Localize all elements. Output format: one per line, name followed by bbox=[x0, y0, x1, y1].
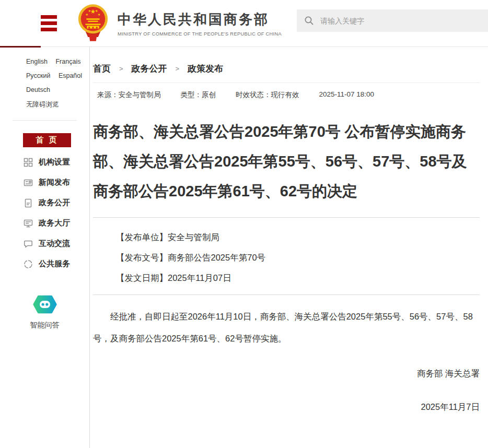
smart-qa-label: 智能问答 bbox=[0, 321, 89, 330]
lang-francais[interactable]: Français bbox=[55, 58, 80, 65]
article-title: 商务部、海关总署公告2025年第70号 公布暂停实施商务部、海关总署公告2025… bbox=[93, 117, 480, 206]
sidebar-nav: 机构设置 新闻发布 政 bbox=[0, 152, 89, 274]
article-sign-date: 2025年11月7日 bbox=[93, 402, 480, 413]
accessibility-link[interactable]: 无障碍浏览 bbox=[26, 101, 59, 108]
breadcrumb-gov-disclosure[interactable]: 政务公开 bbox=[132, 63, 167, 75]
breadcrumb: 首页 > 政务公开 > 政策发布 bbox=[93, 47, 480, 83]
breadcrumb-separator: > bbox=[176, 65, 180, 73]
sidebar-item-label: 机构设置 bbox=[39, 157, 70, 167]
article-body: 经批准，自即日起至2026年11月10日，商务部、海关总署公告2025年第55号… bbox=[93, 305, 480, 349]
article-meta: 来源：安全与管制局 类型：原创 时效状态：现行有效 2025-11-07 18:… bbox=[93, 83, 480, 100]
breadcrumb-separator: > bbox=[119, 65, 123, 73]
lang-russian[interactable]: Русский bbox=[26, 72, 50, 79]
sidebar-item-label: 互动交流 bbox=[39, 239, 70, 249]
lang-deutsch[interactable]: Deutsch bbox=[26, 86, 50, 93]
svg-text:★: ★ bbox=[86, 12, 89, 16]
service-hall-monitor-icon bbox=[24, 219, 33, 228]
national-emblem-logo: ★ ★ ★ ★ ★ bbox=[78, 4, 108, 43]
sidebar: English Français Русский Español Deutsch… bbox=[0, 47, 90, 448]
site-subtitle: MINISTRY OF COMMERCE OF THE PEOPLE'S REP… bbox=[118, 31, 282, 37]
sidebar-divider bbox=[13, 120, 77, 121]
meta-status-value: 现行有效 bbox=[271, 91, 299, 99]
sidebar-item-interaction[interactable]: 互动交流 bbox=[0, 233, 89, 254]
publish-unit-line: 【发布单位】安全与管制局 bbox=[116, 232, 480, 243]
sidebar-item-label: 政务大厅 bbox=[39, 218, 70, 228]
public-service-arrows-icon bbox=[24, 260, 33, 269]
sidebar-item-gov-disclosure[interactable]: 政务公开 bbox=[0, 193, 89, 213]
site-header: ★ ★ ★ ★ ★ 中华人民共和国商务部 MINISTRY OF COMMERC… bbox=[0, 0, 488, 47]
site-title: 中华人民共和国商务部 bbox=[118, 10, 282, 29]
meta-status-label: 时效状态： bbox=[236, 91, 271, 99]
publish-date-line: 【发文日期】2025年11月07日 bbox=[116, 273, 480, 284]
main-content: 首页 > 政务公开 > 政策发布 来源：安全与管制局 类型：原创 时效状态：现行… bbox=[90, 47, 488, 448]
org-grid-icon bbox=[24, 158, 33, 167]
lang-english[interactable]: English bbox=[26, 58, 48, 65]
meta-source-label: 来源： bbox=[97, 91, 119, 99]
meta-datetime: 2025-11-07 18:00 bbox=[319, 90, 375, 100]
hamburger-menu-icon[interactable] bbox=[41, 15, 57, 31]
divider bbox=[93, 217, 480, 218]
sidebar-item-home[interactable]: 首 页 bbox=[23, 133, 71, 147]
divider bbox=[93, 294, 480, 295]
publication-info: 【发布单位】安全与管制局 【发布文号】商务部公告2025年第70号 【发文日期】… bbox=[116, 232, 480, 284]
sidebar-item-label: 政务公开 bbox=[39, 198, 70, 208]
document-icon bbox=[24, 198, 33, 208]
sidebar-item-service-hall[interactable]: 政务大厅 bbox=[0, 213, 89, 233]
sidebar-item-label: 公共服务 bbox=[39, 259, 70, 269]
sidebar-item-label: 新闻发布 bbox=[39, 178, 70, 187]
sidebar-item-public-service[interactable]: 公共服务 bbox=[0, 254, 89, 274]
meta-source-value: 安全与管制局 bbox=[119, 91, 161, 99]
breadcrumb-home[interactable]: 首页 bbox=[93, 63, 111, 75]
svg-text:★: ★ bbox=[98, 12, 101, 16]
chat-bubble-icon bbox=[24, 239, 33, 249]
meta-type-value: 原创 bbox=[202, 91, 216, 99]
breadcrumb-policy-release[interactable]: 政策发布 bbox=[188, 63, 223, 75]
svg-text:★: ★ bbox=[88, 8, 91, 12]
news-icon bbox=[24, 178, 33, 187]
search-input[interactable] bbox=[320, 17, 481, 25]
smart-qa-widget[interactable]: 智能问答 bbox=[0, 295, 89, 330]
sidebar-item-organization[interactable]: 机构设置 bbox=[0, 152, 89, 172]
language-switcher: English Français Русский Español Deutsch… bbox=[0, 58, 89, 109]
publish-number-line: 【发布文号】商务部公告2025年第70号 bbox=[116, 252, 480, 263]
search-box[interactable] bbox=[297, 9, 488, 32]
smart-qa-robot-icon bbox=[33, 295, 57, 314]
sidebar-item-news[interactable]: 新闻发布 bbox=[0, 172, 89, 193]
meta-type-label: 类型： bbox=[181, 91, 202, 99]
search-icon bbox=[304, 16, 314, 26]
header-accent-bar bbox=[0, 46, 41, 48]
article-signature: 商务部 海关总署 bbox=[93, 368, 480, 380]
lang-espanol[interactable]: Español bbox=[59, 72, 82, 79]
